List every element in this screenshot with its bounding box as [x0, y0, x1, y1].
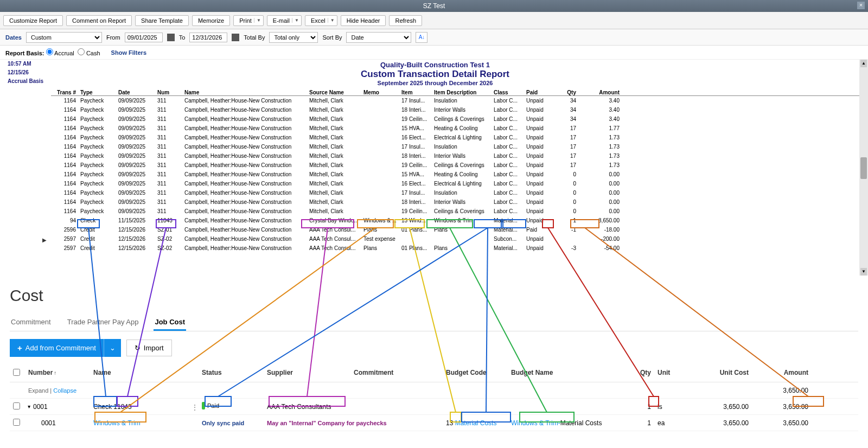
qb-table: Trans #Type DateNum NameSource Name Memo… [51, 89, 863, 253]
table-row[interactable]: 2596Credit12/15/2026SZ-01Campbell, Heath… [51, 225, 863, 234]
import-icon: ↻ [135, 344, 141, 352]
add-from-commitment-button[interactable]: +Add from Commitment [10, 339, 104, 357]
table-row[interactable]: 1164Paycheck09/09/2025311Campbell, Heath… [51, 188, 863, 197]
comment-report-button[interactable]: Comment on Report [66, 15, 132, 26]
table-row[interactable]: 1164Paycheck09/09/2025311Campbell, Heath… [51, 151, 863, 161]
row-name: Check 11043 [93, 403, 132, 411]
sort-ascending-icon[interactable]: A↓ [416, 32, 427, 43]
tab-commitment[interactable]: Commitment [10, 315, 52, 331]
dates-select[interactable]: Custom [26, 32, 102, 43]
hide-header-button[interactable]: Hide Header [341, 15, 386, 26]
close-icon[interactable]: × [857, 2, 865, 9]
cost-row-child[interactable]: 0001 Windows & Trim Only sync paid May a… [10, 415, 858, 431]
table-row[interactable]: 1164Paycheck09/09/2025311Campbell, Heath… [51, 207, 863, 216]
status-badge: Paid [202, 402, 219, 409]
table-row[interactable]: 1164Paycheck09/09/2025311Campbell, Heath… [51, 133, 863, 142]
calendar-icon[interactable] [232, 34, 239, 41]
refresh-button[interactable]: Refresh [389, 15, 422, 26]
import-button[interactable]: ↻Import [126, 340, 172, 356]
tab-job-cost[interactable]: Job Cost [154, 315, 186, 331]
sort-asc-icon[interactable]: ↑ [54, 370, 56, 376]
expand-collapse-row: Expand | Collapse 3,650.00 [10, 382, 858, 399]
show-filters-link[interactable]: Show Filters [111, 49, 146, 56]
cost-actions: +Add from Commitment ⌄ ↻Import [10, 339, 858, 357]
cost-tabs: Commitment Trade Partner Pay App Job Cos… [10, 315, 858, 331]
row-supplier: AAA Tech Consultants [267, 403, 331, 411]
print-button[interactable]: Print▼ [233, 15, 264, 26]
scroll-up-icon[interactable]: ▲ [860, 60, 867, 67]
report-range: September 2025 through December 2026 [8, 80, 863, 86]
collapse-link[interactable]: Collapse [53, 387, 76, 394]
row-checkbox[interactable] [13, 402, 20, 409]
row-caret-icon: ▶ [42, 235, 47, 245]
table-row[interactable]: 1164Paycheck09/09/2025311Campbell, Heath… [51, 105, 863, 114]
chevron-down-icon: ▼ [328, 18, 335, 23]
share-template-button[interactable]: Share Template [135, 15, 189, 26]
row-amount: 3,650.00 [783, 403, 808, 411]
total-amount: 3,650.00 [752, 387, 812, 394]
qb-basis-bar: Report Basis: Accrual Cash Show Filters [0, 46, 868, 60]
table-row[interactable]: 1164Paycheck09/09/2025311Campbell, Heath… [51, 142, 863, 151]
chevron-down-icon: ▼ [292, 18, 299, 23]
company-name: Quality-Built Construction Test 1 [8, 61, 863, 69]
from-date-input[interactable] [125, 33, 163, 42]
totalby-label: Total By [244, 34, 265, 41]
sortby-select[interactable]: Date [346, 32, 411, 43]
memorize-button[interactable]: Memorize [192, 15, 230, 26]
to-date-input[interactable] [189, 33, 227, 42]
table-row[interactable]: 1164Paycheck09/09/2025311Campbell, Heath… [51, 114, 863, 124]
qb-table-header: Trans #Type DateNum NameSource Name Memo… [51, 89, 863, 96]
scrollbar[interactable]: ▲ ▼ [859, 60, 868, 276]
from-label: From [106, 34, 120, 41]
qb-report-area: 10:57 AM 12/15/26 Accrual Basis Quality-… [0, 60, 868, 276]
row-checkbox[interactable] [13, 419, 20, 426]
scroll-down-icon[interactable]: ▼ [860, 268, 867, 276]
table-row[interactable]: 1164Paycheck09/09/2025311Campbell, Heath… [51, 179, 863, 188]
chevron-down-icon: ▼ [254, 18, 261, 23]
add-dropdown-button[interactable]: ⌄ [104, 339, 121, 357]
expand-link[interactable]: Expand [28, 387, 48, 394]
report-basis-label: Report Basis: [5, 50, 44, 56]
cost-table-header: Number↑ Name Status Supplier Commitment … [10, 364, 858, 382]
table-row[interactable]: 1164Paycheck09/09/2025311Campbell, Heath… [51, 197, 863, 207]
note-sync: Only sync paid [202, 420, 244, 426]
cash-radio[interactable] [78, 48, 85, 55]
window-title: SZ Test [423, 2, 445, 10]
row-name-link[interactable]: Windows & Trim [93, 419, 141, 427]
table-row[interactable]: 1164Paycheck09/09/2025311Campbell, Heath… [51, 96, 863, 105]
note-internal: May an "Internal" Company for paychecks [267, 420, 387, 426]
email-button[interactable]: E-mail▼ [267, 15, 302, 26]
accrual-radio[interactable] [46, 48, 53, 55]
cost-row-parent[interactable]: ▸0001 Check 11043 ⋮ Paid AAA Tech Consul… [10, 399, 858, 415]
table-row[interactable]: 1164Paycheck09/09/2025311Campbell, Heath… [51, 161, 863, 170]
to-label: To [179, 34, 186, 41]
report-date: 12/15/26 [8, 68, 43, 77]
report-time: 10:57 AM [8, 60, 43, 68]
plus-icon: + [17, 343, 22, 353]
select-all-checkbox[interactable] [13, 369, 20, 376]
qb-filter-bar: Dates Custom From To Total By Total only… [0, 29, 868, 46]
tab-trade-pay-app[interactable]: Trade Partner Pay App [66, 315, 140, 331]
table-row[interactable]: 94Check11/15/202511043Campbell, Heather:… [51, 216, 863, 225]
scroll-thumb[interactable] [860, 157, 867, 179]
customize-report-button[interactable]: Customize Report [3, 15, 63, 26]
qb-toolbar: Customize Report Comment on Report Share… [0, 12, 868, 29]
table-row[interactable]: 1164Paycheck09/09/2025311Campbell, Heath… [51, 124, 863, 133]
table-row[interactable]: 1164Paycheck09/09/2025311Campbell, Heath… [51, 170, 863, 179]
qb-titlebar: SZ Test × [0, 0, 868, 12]
row-qty: 1 [647, 403, 651, 411]
chevron-down-icon: ⌄ [110, 344, 116, 352]
cost-table: Number↑ Name Status Supplier Commitment … [10, 364, 858, 431]
table-row[interactable]: ▶2597Credit12/15/2026SZ-02Campbell, Heat… [51, 234, 863, 244]
cost-title: Cost [10, 286, 858, 305]
report-title: Custom Transaction Detail Report [8, 69, 863, 80]
excel-button[interactable]: Excel▼ [305, 15, 337, 26]
calendar-icon[interactable] [167, 34, 175, 41]
qb-meta: 10:57 AM 12/15/26 Accrual Basis [8, 60, 43, 86]
totalby-select[interactable]: Total only [269, 32, 318, 43]
qb-report-header: Quality-Built Construction Test 1 Custom… [8, 61, 863, 86]
table-row[interactable]: 2597Credit12/15/2026SZ-02Campbell, Heath… [51, 244, 863, 253]
expand-icon[interactable]: ▸ [27, 406, 33, 408]
more-icon[interactable]: ⋮ [191, 403, 199, 412]
sortby-label: Sort By [322, 34, 342, 41]
